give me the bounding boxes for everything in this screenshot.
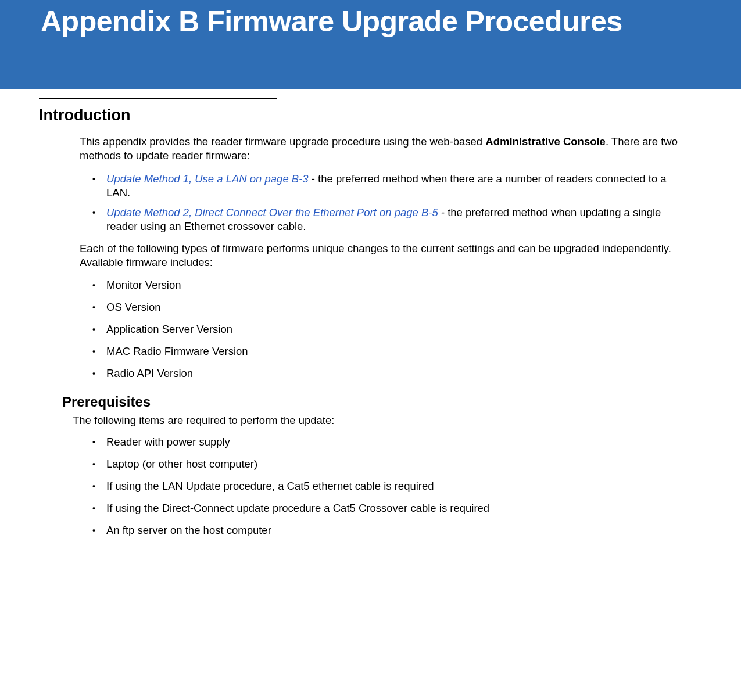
firmware-types-list: Monitor Version OS Version Application S… [101,279,702,380]
prerequisites-intro-paragraph: The following items are required to perf… [73,414,685,428]
appendix-title: Appendix B Firmware Upgrade Procedures [41,5,622,38]
introduction-paragraph: This appendix provides the reader firmwa… [80,135,685,163]
prerequisites-heading: Prerequisites [62,394,702,410]
method-2-link[interactable]: Update Method 2, Direct Connect Over the… [106,206,438,218]
prerequisites-list: Reader with power supply Laptop (or othe… [101,436,702,537]
intro-text-part-1: This appendix provides the reader firmwa… [80,135,485,148]
prereq-crossover-cable: If using the Direct-Connect update proce… [101,502,702,515]
section-divider [39,98,277,99]
introduction-heading: Introduction [39,106,702,124]
method-1-link[interactable]: Update Method 1, Use a LAN on page B-3 [106,173,309,185]
firmware-intro-paragraph: Each of the following types of firmware … [80,242,685,270]
prereq-reader-power: Reader with power supply [101,436,702,448]
firmware-mac-radio-version: MAC Radio Firmware Version [101,345,702,358]
method-1-item: Update Method 1, Use a LAN on page B-3 -… [101,172,673,200]
page-content: Introduction This appendix provides the … [0,89,741,537]
prereq-ftp-server: An ftp server on the host computer [101,524,702,537]
administrative-console-bold: Administrative Console [485,135,606,148]
firmware-radio-api-version: Radio API Version [101,367,702,380]
prereq-laptop: Laptop (or other host computer) [101,458,702,471]
firmware-monitor-version: Monitor Version [101,279,702,292]
header-banner: Appendix B Firmware Upgrade Procedures [0,0,741,89]
prereq-lan-cable: If using the LAN Update procedure, a Cat… [101,480,702,493]
firmware-os-version: OS Version [101,301,702,314]
update-methods-list: Update Method 1, Use a LAN on page B-3 -… [101,172,673,234]
method-2-item: Update Method 2, Direct Connect Over the… [101,206,673,234]
firmware-app-server-version: Application Server Version [101,323,702,336]
